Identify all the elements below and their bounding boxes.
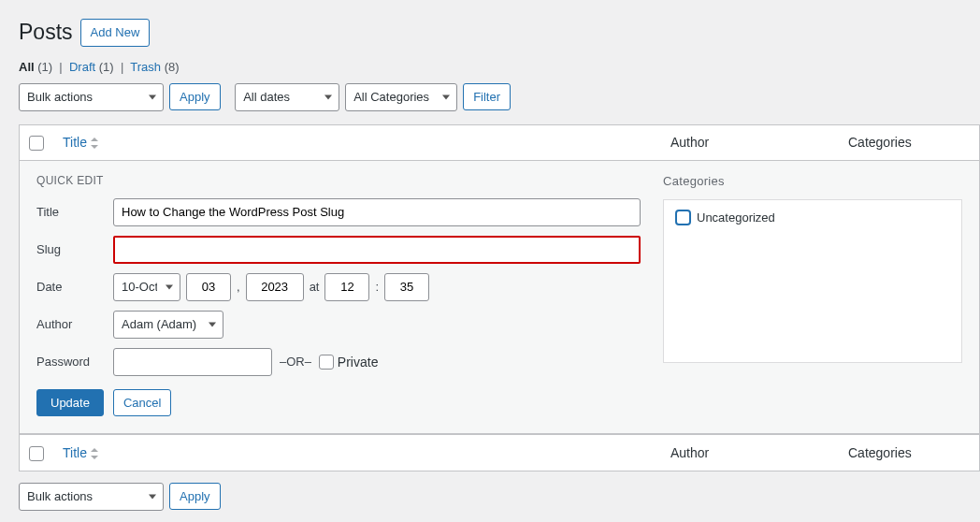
filter-draft[interactable]: Draft — [69, 60, 95, 74]
hour-input[interactable] — [324, 273, 369, 301]
title-label: Title — [36, 205, 113, 219]
categories-heading: Categories — [663, 174, 962, 188]
password-input[interactable] — [113, 348, 272, 376]
posts-table: Title Author Categories QUICK EDIT Title… — [19, 124, 980, 471]
bulk-actions-select-bottom[interactable]: Bulk actions — [19, 483, 164, 511]
category-filter-select[interactable]: All Categories — [345, 83, 457, 111]
private-checkbox[interactable] — [319, 355, 334, 370]
author-select[interactable]: Adam (Adam) — [113, 311, 223, 339]
filter-all[interactable]: All — [19, 60, 35, 74]
filter-draft-count: (1) — [99, 60, 114, 74]
status-filters: All (1) | Draft (1) | Trash (8) — [19, 60, 980, 74]
at-label: at — [310, 280, 320, 294]
select-all-checkbox-bottom[interactable] — [29, 446, 44, 461]
comma: , — [237, 280, 240, 294]
column-title-bottom[interactable]: Title — [63, 445, 87, 460]
slug-label: Slug — [36, 242, 113, 256]
filter-trash[interactable]: Trash — [130, 60, 161, 74]
select-all-checkbox-top[interactable] — [29, 136, 44, 151]
private-label: Private — [338, 355, 379, 370]
uncategorized-label: Uncategorized — [697, 210, 775, 225]
categories-box[interactable]: Uncategorized — [663, 199, 962, 363]
apply-bulk-button[interactable]: Apply — [169, 83, 221, 111]
filter-trash-count: (8) — [165, 60, 180, 74]
month-select[interactable]: 10-Oct — [113, 273, 180, 301]
filter-button[interactable]: Filter — [463, 83, 511, 111]
column-author: Author — [661, 125, 839, 161]
sort-icon — [91, 447, 100, 460]
apply-bulk-button-bottom[interactable]: Apply — [169, 483, 221, 511]
password-label: Password — [36, 355, 113, 369]
column-author-bottom: Author — [661, 434, 839, 470]
column-title[interactable]: Title — [63, 135, 87, 150]
date-filter-select[interactable]: All dates — [235, 83, 339, 111]
add-new-button[interactable]: Add New — [80, 19, 151, 47]
slug-input[interactable] — [113, 236, 641, 264]
update-button[interactable]: Update — [36, 389, 104, 417]
title-input[interactable] — [113, 198, 641, 226]
day-input[interactable] — [186, 273, 231, 301]
uncategorized-checkbox[interactable] — [675, 210, 691, 225]
bulk-actions-select[interactable]: Bulk actions — [19, 83, 164, 111]
date-label: Date — [36, 280, 113, 294]
minute-input[interactable] — [384, 273, 429, 301]
author-label: Author — [36, 317, 113, 331]
colon: : — [375, 280, 379, 294]
filter-all-count: (1) — [37, 60, 52, 74]
or-separator: –OR– — [280, 355, 311, 369]
column-categories: Categories — [839, 125, 979, 161]
page-title: Posts — [19, 20, 73, 45]
sort-icon — [91, 137, 100, 150]
quick-edit-heading: QUICK EDIT — [36, 174, 641, 187]
column-categories-bottom: Categories — [839, 434, 979, 470]
cancel-button[interactable]: Cancel — [113, 389, 171, 417]
year-input[interactable] — [246, 273, 304, 301]
